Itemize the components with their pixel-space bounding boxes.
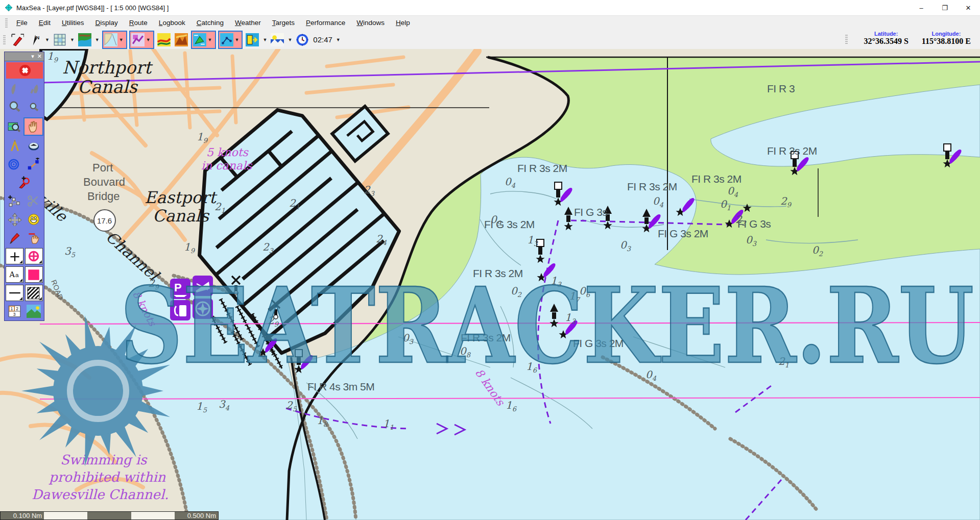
menu-item-performance[interactable]: Performance <box>300 17 351 29</box>
scale-left-label: 0.100 Nm <box>13 512 42 519</box>
toolbar-dropdown-daynight[interactable]: ▼ <box>288 37 292 42</box>
nautical-chart: P <box>0 49 980 520</box>
menu-item-logbook[interactable]: Logbook <box>153 17 191 29</box>
palette-tool-layout123[interactable]: 123 <box>6 303 23 319</box>
menu-grip <box>5 18 8 28</box>
menu-item-utilities[interactable]: Utilities <box>56 17 90 29</box>
palette-tool-bgimage[interactable] <box>25 303 43 319</box>
palette-tool-gray2[interactable] <box>25 81 43 97</box>
svg-text:N: N <box>36 34 39 40</box>
toolbar-grip <box>3 35 6 44</box>
toolbar-dropdown-transfer[interactable]: ▼ <box>262 37 267 42</box>
palette-tool-mob[interactable] <box>6 62 43 79</box>
close-button[interactable]: ✕ <box>957 0 980 15</box>
chart-canvas[interactable]: P NorthportCanalsEastportCanals5 knotsin… <box>0 49 980 520</box>
palette-tool-polyadd[interactable] <box>6 193 23 209</box>
toolbar-button-north[interactable]: N <box>27 31 42 48</box>
coordinate-readout: Latitude: 32°36.3549 S Longitude: 115°38… <box>842 31 971 46</box>
menu-item-help[interactable]: Help <box>390 17 416 29</box>
palette-tool-zoommap[interactable] <box>5 118 23 135</box>
toolbar: N▼▼▼▼▼▼▼▼▼ 02:47 ▼ Latitude: 32°36.3549 … <box>0 30 980 50</box>
menu-item-catching[interactable]: Catching <box>191 17 229 29</box>
palette-tool-smiley[interactable] <box>25 211 43 228</box>
menu-item-display[interactable]: Display <box>90 17 124 29</box>
toolbar-button-chart2[interactable]: ▼ <box>129 31 154 49</box>
window-title: MaxSea - [Layer.ptf [WGS84]] - [ 1:5 000… <box>16 4 169 12</box>
palette-close-icon[interactable]: ✕ <box>37 53 42 60</box>
minimize-button[interactable]: – <box>910 0 933 15</box>
palette-tool-bearing[interactable] <box>6 156 23 172</box>
palette-title-bar: ▾ ✕ <box>5 52 44 61</box>
palette-tool-swatch[interactable] <box>25 266 43 283</box>
longitude-label: Longitude: <box>922 31 971 37</box>
toolbar-dropdown-north[interactable]: ▼ <box>45 37 50 42</box>
toolbar-dropdown-grid[interactable]: ▼ <box>70 37 75 42</box>
time-display[interactable]: 02:47 <box>313 35 332 44</box>
palette-tool-targetpink[interactable] <box>25 248 43 264</box>
menu-bar: FileEditUtilitiesDisplayRouteLogbookCatc… <box>0 16 980 30</box>
toolbar-button-clock[interactable] <box>295 31 310 48</box>
tool-palette: ▾ ✕ Aa123 <box>4 52 44 321</box>
maximize-button[interactable]: ❐ <box>933 0 957 15</box>
svg-text:A: A <box>9 270 15 279</box>
svg-text:a: a <box>15 271 19 279</box>
palette-tool-gray1[interactable] <box>6 81 23 97</box>
palette-tool-hatch[interactable] <box>25 285 43 301</box>
toolbar-button-grid[interactable] <box>52 31 67 48</box>
menu-item-route[interactable]: Route <box>124 17 153 29</box>
bridge-clearance-symbol <box>94 210 115 231</box>
menu-item-weather[interactable]: Weather <box>229 17 267 29</box>
toolbar-button-contour[interactable] <box>156 31 172 48</box>
svg-text:P: P <box>174 281 182 294</box>
longitude-value: 115°38.8100 E <box>922 37 971 46</box>
toolbar-button-daynight[interactable] <box>270 31 285 48</box>
menu-item-edit[interactable]: Edit <box>33 17 56 29</box>
palette-tool-compass[interactable] <box>25 138 43 154</box>
palette-tool-pencil[interactable] <box>6 230 23 246</box>
menu-item-targets[interactable]: Targets <box>267 17 300 29</box>
palette-tool-zoomout[interactable] <box>25 99 43 115</box>
palette-dropdown-icon[interactable]: ▾ <box>31 53 34 60</box>
palette-tool-touchhand[interactable] <box>25 230 43 246</box>
svg-text:3: 3 <box>13 312 16 317</box>
toolbar-dropdown-map2d[interactable]: ▼ <box>95 37 100 42</box>
palette-tool-scissors[interactable] <box>25 193 43 209</box>
title-bar: MaxSea - [Layer.ptf [WGS84]] - [ 1:5 000… <box>0 0 980 16</box>
palette-tool-hand[interactable] <box>23 117 43 136</box>
coords-grip <box>845 35 848 44</box>
toolbar-button-terrain[interactable] <box>174 31 189 48</box>
app-icon <box>4 3 13 12</box>
menu-item-windows[interactable]: Windows <box>351 17 390 29</box>
toolbar-button-nav1[interactable]: ▼ <box>191 31 216 49</box>
toolbar-button-map2d[interactable] <box>77 31 92 48</box>
time-dropdown-icon[interactable]: ▼ <box>336 37 341 42</box>
palette-tool-dividers[interactable] <box>6 138 23 154</box>
palette-tool-route[interactable] <box>25 156 43 172</box>
svg-text:1: 1 <box>10 306 13 311</box>
menu-item-file[interactable]: File <box>11 17 33 29</box>
toolbar-button-plot[interactable] <box>10 31 25 48</box>
palette-tool-linestyle[interactable] <box>6 285 23 301</box>
latitude-value: 32°36.3549 S <box>864 37 909 46</box>
palette-tool-movecross[interactable] <box>6 211 23 228</box>
toolbar-button-nav2[interactable]: ▼ <box>218 31 243 49</box>
latitude-label: Latitude: <box>864 31 909 37</box>
palette-tool-zoomin[interactable] <box>6 99 23 115</box>
scale-bar: 0.100 Nm 0.500 Nm <box>0 511 219 520</box>
toolbar-button-transfer[interactable] <box>245 31 260 48</box>
toolbar-button-chart1[interactable]: ▼ <box>102 31 127 49</box>
palette-tool-textaa[interactable]: Aa <box>6 266 23 283</box>
palette-tool-markzoom[interactable] <box>15 175 33 191</box>
scale-right-label: 0.500 Nm <box>187 512 216 519</box>
svg-text:2: 2 <box>16 306 18 311</box>
palette-tool-cursorplus[interactable] <box>6 248 23 264</box>
